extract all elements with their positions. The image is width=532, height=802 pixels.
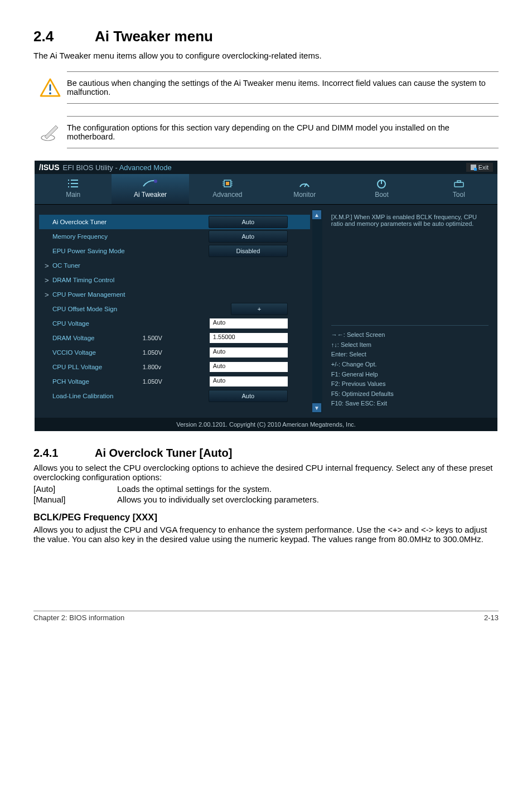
- footer-left: Chapter 2: BIOS information: [33, 613, 124, 622]
- bios-tabs: Main Ai Tweaker Advanced Monitor: [35, 174, 497, 205]
- help-line: F10: Save ESC: Exit: [331, 399, 489, 409]
- help-line: →←: Select Screen: [331, 330, 489, 340]
- scroll-down-icon[interactable]: ▼: [312, 403, 321, 412]
- info-note: The configuration options for this secti…: [33, 116, 499, 148]
- label-dram-timing: DRAM Timing Control: [52, 277, 310, 283]
- subsection-heading: 2.4.1Ai Overclock Tuner [Auto]: [33, 447, 499, 460]
- bios-titlebar: /ISUS EFI BIOS Utility - Advanced Mode E…: [35, 161, 497, 174]
- row-vccio-voltage[interactable]: VCCIO Voltage 1.050V Auto: [39, 345, 310, 360]
- row-oc-tuner[interactable]: > OC Tuner: [39, 258, 310, 273]
- option-auto: [Auto]Loads the optimal settings for the…: [33, 484, 499, 494]
- value-cpu-voltage[interactable]: Auto: [210, 318, 288, 328]
- asus-logo: /ISUS: [39, 163, 60, 172]
- svg-point-1: [49, 93, 51, 95]
- warning-note: Be cautious when changing the settings o…: [33, 71, 499, 104]
- list-icon: [35, 177, 112, 190]
- value-ai-overclock[interactable]: Auto: [209, 216, 288, 228]
- subsection-number: 2.4.1: [33, 447, 95, 460]
- tool-icon: [420, 177, 497, 190]
- value-offset-sign[interactable]: +: [231, 303, 288, 315]
- subsection-intro: Allows you to select the CPU overclockin…: [33, 463, 499, 482]
- tweaker-icon: [112, 177, 188, 190]
- help-keys: →←: Select Screen ↑↓: Select Item Enter:…: [331, 325, 489, 409]
- section-number: 2.4: [33, 28, 95, 45]
- tab-tool[interactable]: Tool: [420, 174, 497, 204]
- static-pch-voltage: 1.050V: [143, 378, 199, 385]
- svg-point-9: [154, 180, 157, 183]
- tab-main[interactable]: Main: [35, 174, 112, 204]
- option-manual-desc: Allows you to individually set overclock…: [117, 495, 319, 504]
- row-dram-timing[interactable]: > DRAM Timing Control: [39, 273, 310, 287]
- scrollbar[interactable]: ▲ ▼: [312, 209, 322, 413]
- svg-rect-22: [457, 181, 461, 182]
- help-line: F5: Optimized Defaults: [331, 389, 489, 399]
- label-cpu-power-mgmt: CPU Power Management: [52, 291, 310, 298]
- bios-screenshot: /ISUS EFI BIOS Utility - Advanced Mode E…: [35, 161, 497, 431]
- row-cpu-voltage[interactable]: CPU Voltage Auto: [39, 316, 310, 331]
- row-dram-voltage[interactable]: DRAM Voltage 1.500V 1.55000: [39, 331, 310, 345]
- tab-monitor[interactable]: Monitor: [266, 174, 343, 204]
- value-dram-voltage[interactable]: 1.55000: [210, 333, 288, 343]
- svg-rect-11: [226, 182, 229, 185]
- value-epu[interactable]: Disabled: [209, 245, 288, 257]
- tab-main-label: Main: [35, 191, 112, 199]
- intro-text: The Ai Tweaker menu items allow you to c…: [33, 51, 499, 60]
- label-oc-tuner: OC Tuner: [52, 262, 310, 269]
- tab-boot[interactable]: Boot: [343, 174, 420, 204]
- label-offset-sign: CPU Offset Mode Sign: [52, 306, 231, 312]
- option-manual-key: [Manual]: [33, 495, 117, 504]
- help-description: [X.M.P.] When XMP is enabled BCLK freque…: [331, 214, 489, 297]
- option-auto-key: [Auto]: [33, 484, 117, 494]
- value-pch-voltage[interactable]: Auto: [210, 376, 288, 386]
- exit-icon: [471, 165, 476, 170]
- row-ai-overclock[interactable]: Ai Overclock Tuner Auto: [39, 215, 310, 229]
- value-pll-voltage[interactable]: Auto: [210, 362, 288, 372]
- help-line: ↑↓: Select Item: [331, 340, 489, 350]
- row-offset-sign[interactable]: CPU Offset Mode Sign +: [39, 302, 310, 316]
- section-title: Ai Tweaker menu: [95, 28, 213, 45]
- value-memory-freq[interactable]: Auto: [209, 230, 288, 243]
- label-memory-freq: Memory Frequency: [52, 233, 209, 240]
- scroll-up-icon[interactable]: ▲: [312, 210, 321, 219]
- label-vccio-voltage: VCCIO Voltage: [52, 349, 143, 356]
- exit-button[interactable]: Exit: [466, 163, 493, 172]
- label-epu: EPU Power Saving Mode: [52, 248, 209, 254]
- label-pll-voltage: CPU PLL Voltage: [52, 364, 143, 370]
- exit-label: Exit: [478, 164, 489, 171]
- tab-monitor-label: Monitor: [266, 191, 343, 199]
- value-load-line[interactable]: Auto: [209, 390, 288, 402]
- subsection-title: Ai Overclock Tuner [Auto]: [95, 447, 232, 459]
- row-epu[interactable]: EPU Power Saving Mode Disabled: [39, 244, 310, 258]
- static-dram-voltage: 1.500V: [143, 335, 199, 341]
- label-cpu-voltage: CPU Voltage: [52, 320, 210, 327]
- tab-ai-tweaker[interactable]: Ai Tweaker: [112, 174, 188, 204]
- label-load-line: Load-Line Calibration: [52, 393, 209, 399]
- svg-rect-21: [454, 182, 463, 187]
- option-manual: [Manual]Allows you to individually set o…: [33, 495, 499, 504]
- tab-advanced[interactable]: Advanced: [189, 174, 266, 204]
- help-panel: [X.M.P.] When XMP is enabled BCLK freque…: [327, 209, 493, 413]
- help-line: F1: General Help: [331, 370, 489, 380]
- chip-icon: [189, 177, 266, 190]
- tab-advanced-label: Advanced: [189, 191, 266, 199]
- row-memory-freq[interactable]: Memory Frequency Auto: [39, 229, 310, 244]
- label-dram-voltage: DRAM Voltage: [52, 335, 143, 341]
- power-icon: [343, 177, 420, 190]
- help-line: F2: Previous Values: [331, 379, 489, 389]
- value-vccio-voltage[interactable]: Auto: [210, 347, 288, 357]
- tab-tool-label: Tool: [420, 191, 497, 199]
- info-text: The configuration options for this secti…: [67, 116, 499, 148]
- row-pch-voltage[interactable]: PCH Voltage 1.050V Auto: [39, 374, 310, 389]
- bclk-paragraph: Allows you to adjust the CPU and VGA fre…: [33, 525, 499, 544]
- tab-tweaker-label: Ai Tweaker: [112, 191, 188, 199]
- pen-icon: [39, 121, 61, 143]
- help-line: +/-: Change Opt.: [331, 360, 489, 370]
- label-ai-overclock: Ai Overclock Tuner: [52, 219, 209, 225]
- static-vccio-voltage: 1.050V: [143, 349, 199, 356]
- row-pll-voltage[interactable]: CPU PLL Voltage 1.800v Auto: [39, 360, 310, 374]
- static-pll-voltage: 1.800v: [143, 364, 199, 370]
- row-cpu-power-mgmt[interactable]: > CPU Power Management: [39, 287, 310, 302]
- help-line: Enter: Select: [331, 350, 489, 360]
- row-load-line[interactable]: Load-Line Calibration Auto: [39, 389, 310, 403]
- warning-icon: [40, 78, 61, 97]
